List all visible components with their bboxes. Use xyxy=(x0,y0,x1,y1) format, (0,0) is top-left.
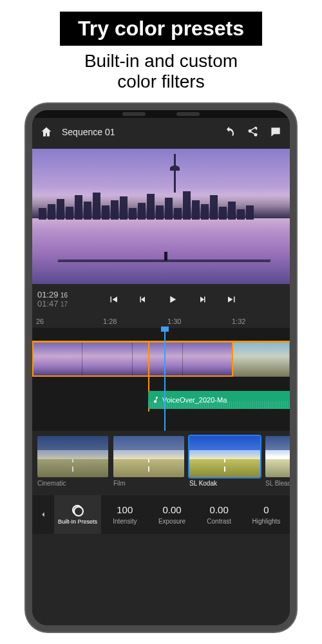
undo-icon[interactable] xyxy=(222,124,237,140)
contrast-value: 0.00 xyxy=(210,504,229,515)
exposure-value: 0.00 xyxy=(162,504,181,515)
preset-sl-kodak[interactable]: SL Kodak xyxy=(189,436,260,495)
tool-exposure[interactable]: 0.00 Exposure xyxy=(148,495,195,534)
tool-label: Highlights xyxy=(252,518,280,525)
timeline[interactable]: VoiceOver_2020-Ma xyxy=(32,328,290,431)
preset-label: SL Bleac xyxy=(265,480,290,487)
time-ruler[interactable]: 26 1:28 1:30 1:32 xyxy=(32,315,290,328)
current-timecode: 01:29 xyxy=(37,290,59,299)
preset-sl-bleach[interactable]: SL Bleac xyxy=(265,436,290,495)
music-note-icon xyxy=(152,396,160,404)
tool-builtin-presets[interactable]: Built-In Presets xyxy=(54,495,101,534)
presets-row[interactable]: Cinematic Film SL Kodak SL Bleac xyxy=(32,431,290,495)
tool-highlights[interactable]: 0 Highlights xyxy=(243,495,290,534)
promo-sub-line1: Built-in and custom xyxy=(84,51,238,71)
tool-label: Built-In Presets xyxy=(58,519,97,525)
back-icon[interactable] xyxy=(32,495,54,534)
preset-film[interactable]: Film xyxy=(113,436,184,495)
preset-cinematic[interactable]: Cinematic xyxy=(37,436,108,495)
timecode-display: 01:29 16 01:47 17 xyxy=(37,290,68,309)
phone-frame: Sequence 01 xyxy=(26,104,296,632)
step-back-icon[interactable] xyxy=(135,292,151,307)
skip-back-icon[interactable] xyxy=(106,292,121,307)
ruler-tick: 1:30 xyxy=(167,317,181,325)
preset-label: SL Kodak xyxy=(189,480,260,487)
playback-controls: 01:29 16 01:47 17 xyxy=(32,284,290,315)
current-frames: 16 xyxy=(61,292,68,299)
playhead[interactable] xyxy=(164,328,166,431)
ruler-tick: 26 xyxy=(36,317,44,325)
highlights-value: 0 xyxy=(263,504,269,515)
top-bar: Sequence 01 xyxy=(32,118,290,146)
total-timecode: 01:47 xyxy=(37,299,59,308)
intensity-value: 100 xyxy=(117,504,133,515)
video-clip-1[interactable] xyxy=(32,341,233,377)
tool-intensity[interactable]: 100 Intensity xyxy=(101,495,148,534)
tool-label: Exposure xyxy=(158,518,185,525)
phone-notch xyxy=(32,110,290,118)
video-track[interactable] xyxy=(32,341,290,377)
ruler-tick: 1:28 xyxy=(103,317,117,325)
promo-headline: Try color presets xyxy=(60,12,262,46)
presets-icon xyxy=(72,505,84,516)
video-preview[interactable] xyxy=(32,149,290,284)
total-frames: 17 xyxy=(61,301,68,308)
ruler-tick: 1:32 xyxy=(232,317,245,325)
tool-label: Intensity xyxy=(113,518,137,525)
audio-clip-name: VoiceOver_2020-Ma xyxy=(162,396,227,404)
preset-label: Cinematic xyxy=(37,480,108,487)
tool-contrast[interactable]: 0.00 Contrast xyxy=(196,495,243,534)
sequence-title[interactable]: Sequence 01 xyxy=(62,127,115,137)
audio-clip[interactable]: VoiceOver_2020-Ma xyxy=(148,391,290,409)
app-root: Sequence 01 xyxy=(32,118,290,625)
home-icon[interactable] xyxy=(39,124,54,140)
step-forward-icon[interactable] xyxy=(194,292,210,307)
play-icon[interactable] xyxy=(165,292,180,307)
bottom-toolbar: Built-In Presets 100 Intensity 0.00 Expo… xyxy=(32,495,290,534)
comment-icon[interactable] xyxy=(268,124,283,140)
tool-label: Contrast xyxy=(207,518,231,525)
promo-sub-line2: color filters xyxy=(117,71,204,91)
video-clip-2[interactable] xyxy=(233,341,290,377)
share-icon[interactable] xyxy=(245,124,260,140)
preset-label: Film xyxy=(113,480,184,487)
promo-subhead: Built-in and custom color filters xyxy=(0,51,322,92)
skip-forward-icon[interactable] xyxy=(224,292,240,307)
